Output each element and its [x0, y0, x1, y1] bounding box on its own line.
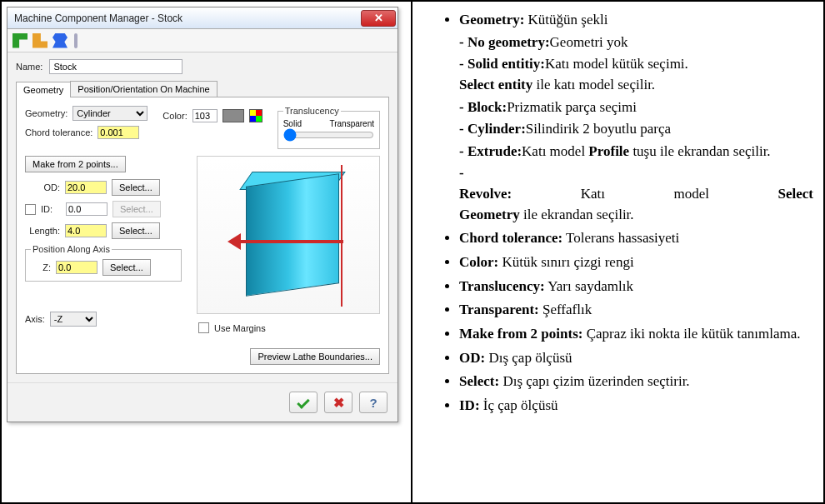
name-input[interactable] — [49, 59, 182, 74]
color-picker-icon[interactable] — [249, 109, 262, 122]
tab-position[interactable]: Position/Orientation On Machine — [70, 81, 217, 97]
desc-id: ID: İç çap ölçüsü — [459, 396, 813, 417]
preview-axis-line — [341, 165, 342, 307]
geometry-label: Geometry: — [25, 108, 68, 118]
toolbar-icon-1[interactable] — [12, 33, 28, 48]
trans-solid-label: Solid — [283, 119, 302, 128]
desc-chord: Chord tolerance: Tolerans hassasiyeti — [459, 228, 813, 249]
toolbar-icon-4[interactable] — [74, 33, 78, 48]
desc-geometry: Geometry: Kütüğün şekli No geometry:Geom… — [459, 10, 813, 225]
translucency-group: Translucency Solid Transparent — [278, 106, 380, 149]
od-label: OD: — [25, 182, 60, 192]
translucency-legend: Translucency — [283, 106, 341, 116]
checkmark-icon — [297, 396, 310, 409]
desc-extrude: Extrude:Katı model Profile tuşu ile ekra… — [459, 142, 813, 162]
preview-lathe-button[interactable]: Preview Lathe Boundaries... — [250, 348, 380, 365]
position-axis-group: Position Along Axis Z: Select... — [25, 244, 182, 282]
geometry-select[interactable]: Cylinder — [72, 106, 148, 121]
geometry-preview — [197, 156, 380, 314]
length-input[interactable] — [65, 224, 107, 237]
axis-label: Axis: — [25, 314, 45, 324]
geometry-panel: Geometry: Cylinder Chord tolerance: — [16, 97, 389, 374]
cancel-button[interactable]: ✖ — [324, 392, 352, 413]
desc-od: OD: Dış çap ölçüsü — [459, 348, 813, 369]
toolbar — [8, 29, 398, 52]
color-label: Color: — [162, 111, 187, 121]
desc-transparent: Transparent: Şeffaflık — [459, 300, 813, 321]
toolbar-icon-2[interactable] — [32, 33, 48, 48]
od-input[interactable] — [65, 181, 107, 194]
color-swatch[interactable] — [222, 109, 244, 122]
dialog-body: Name: Geometry Position/Orientation On M… — [8, 52, 398, 382]
dialog-window: Machine Component Manager - Stock ✕ Name… — [7, 7, 398, 422]
toolbar-icon-3[interactable] — [52, 33, 68, 48]
description-column: Geometry: Kütüğün şekli No geometry:Geom… — [412, 2, 825, 502]
window-title: Machine Component Manager - Stock — [14, 12, 361, 24]
close-icon: ✕ — [374, 12, 383, 24]
desc-translucency: Translucency: Yarı saydamlık — [459, 277, 813, 297]
question-icon: ? — [369, 396, 377, 410]
use-margins-checkbox[interactable] — [198, 322, 209, 333]
name-label: Name: — [16, 62, 42, 72]
id-input[interactable] — [66, 202, 108, 216]
desc-solid-entity: Solid entitiy:Katı model kütük seçimi. S… — [459, 54, 813, 95]
desc-select: Select: Dış çapı çizim üzerinden seçtiri… — [459, 372, 813, 392]
x-icon: ✖ — [333, 395, 344, 411]
z-label: Z: — [31, 262, 51, 272]
id-label: ID: — [41, 204, 61, 214]
desc-block: Block:Prizmatik parça seçimi — [459, 97, 813, 118]
length-select-button[interactable]: Select... — [112, 222, 160, 239]
desc-color: Color: Kütük sınırı çizgi rengi — [459, 252, 813, 273]
dialog-actions: ✖ ? — [8, 382, 398, 422]
id-checkbox[interactable] — [25, 204, 36, 215]
axis-select[interactable]: -Z — [50, 312, 97, 327]
make-from-2-points-button[interactable]: Make from 2 points... — [25, 156, 126, 172]
preview-cylinder-side — [246, 173, 339, 297]
preview-arrow — [231, 240, 343, 243]
od-select-button[interactable]: Select... — [112, 179, 160, 196]
color-input[interactable] — [192, 109, 218, 122]
length-label: Length: — [25, 226, 60, 236]
chord-label: Chord tolerance: — [25, 127, 92, 137]
tab-strip: Geometry Position/Orientation On Machine — [16, 81, 389, 97]
desc-cylinder: Cylinder:Silindirik 2 boyutlu parça — [459, 119, 813, 140]
help-button[interactable]: ? — [359, 392, 388, 413]
position-axis-legend: Position Along Axis — [31, 244, 112, 254]
desc-no-geometry: No geometry:Geometri yok — [459, 32, 813, 53]
translucency-slider[interactable] — [283, 128, 374, 142]
z-select-button[interactable]: Select... — [102, 259, 151, 276]
use-margins-label: Use Margins — [214, 323, 266, 333]
tab-geometry[interactable]: Geometry — [16, 82, 71, 97]
ok-button[interactable] — [289, 392, 318, 413]
close-button[interactable]: ✕ — [361, 10, 396, 27]
chord-input[interactable] — [98, 126, 139, 139]
desc-revolve: Revolve: Katı model Select Geometry ile … — [459, 163, 813, 225]
desc-make2: Make from 2 points: Çapraz iki nokta ile… — [459, 324, 813, 345]
z-input[interactable] — [56, 261, 98, 274]
id-select-button: Select... — [112, 201, 161, 217]
titlebar: Machine Component Manager - Stock ✕ — [8, 7, 398, 29]
trans-transparent-label: Transparent — [329, 119, 374, 128]
